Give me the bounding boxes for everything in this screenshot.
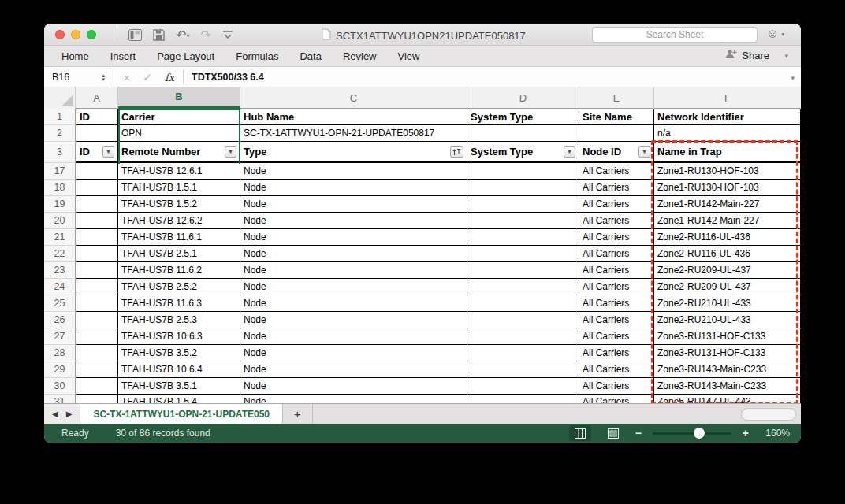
cell-F27[interactable]: Zone3-RU131-HOF-C133 (654, 328, 801, 345)
share-button[interactable]: Share (725, 49, 769, 61)
zoom-slider-knob[interactable] (694, 428, 705, 439)
column-header-e[interactable]: E (579, 87, 654, 109)
tab-formulas[interactable]: Formulas (236, 50, 278, 62)
formula-bar-expand-icon[interactable]: ▾ (791, 74, 795, 82)
cell-D31[interactable] (467, 395, 579, 403)
cell-F29[interactable]: Zone3-RU143-Main-C233 (654, 361, 801, 378)
cell-E26[interactable]: All Carriers (579, 312, 654, 328)
cell-E28[interactable]: All Carriers (579, 345, 654, 361)
row-header-29[interactable]: 29 (44, 361, 76, 378)
filter-sort-applied-icon[interactable] (450, 146, 463, 158)
cell-D26[interactable] (467, 312, 579, 328)
cell-A2[interactable] (76, 125, 118, 142)
cell-F22[interactable]: Zone2-RU116-UL-436 (654, 246, 801, 262)
cell-C21[interactable]: Node (240, 229, 467, 246)
cell-C28[interactable]: Node (240, 345, 467, 361)
cell-E2[interactable] (579, 125, 654, 142)
cell-D27[interactable] (467, 328, 579, 345)
row-header-27[interactable]: 27 (44, 328, 76, 345)
cell-C23[interactable]: Node (240, 262, 467, 279)
row-header-19[interactable]: 19 (44, 196, 76, 213)
cell-A27[interactable] (76, 328, 118, 345)
cell-A22[interactable] (76, 246, 118, 262)
cell-F19[interactable]: Zone1-RU142-Main-227 (654, 196, 801, 213)
cell-C17[interactable]: Node (240, 163, 467, 180)
cell-B17[interactable]: TFAH-US7B 12.6.1 (118, 163, 240, 180)
cell-F18[interactable]: Zone1-RU130-HOF-103 (654, 180, 801, 196)
ribbon-collapse-icon[interactable] (222, 30, 233, 39)
row-header-25[interactable]: 25 (44, 295, 76, 312)
cell-B31[interactable]: TFAH-US7B 1.5.4 (118, 395, 240, 403)
filter-dropdown-icon[interactable]: ▾ (225, 146, 236, 158)
redo-icon[interactable]: ↷ (200, 28, 210, 43)
column-header-f[interactable]: F (654, 87, 801, 109)
cell-B29[interactable]: TFAH-US7B 10.6.4 (118, 361, 240, 378)
cell-F31[interactable]: Zone5-RU147-UL-443 (654, 395, 801, 403)
confirm-entry-icon[interactable]: ✓ (137, 67, 158, 87)
cell-B28[interactable]: TFAH-US7B 3.5.2 (118, 345, 240, 361)
cell-A25[interactable] (76, 295, 118, 312)
cell-A29[interactable] (76, 361, 118, 378)
zoom-window-button[interactable] (87, 30, 96, 39)
cell-B3[interactable]: Remote Number▾ (118, 142, 240, 163)
workbook-gallery-icon[interactable] (128, 29, 142, 41)
column-header-b[interactable]: B (118, 87, 240, 109)
cell-C30[interactable]: Node (240, 378, 467, 395)
cell-C31[interactable]: Node (240, 395, 467, 403)
row-header-23[interactable]: 23 (44, 262, 76, 279)
cell-B1[interactable]: Carrier (118, 109, 240, 125)
normal-view-button[interactable] (569, 425, 591, 441)
cell-A19[interactable] (76, 196, 118, 213)
row-header-28[interactable]: 28 (44, 345, 76, 361)
cell-F20[interactable]: Zone1-RU142-Main-227 (654, 213, 801, 229)
cell-C27[interactable]: Node (240, 328, 467, 345)
cell-D20[interactable] (467, 213, 579, 229)
cell-A18[interactable] (76, 180, 118, 196)
row-header-20[interactable]: 20 (44, 213, 76, 229)
cell-E22[interactable]: All Carriers (579, 246, 654, 262)
row-header-26[interactable]: 26 (44, 312, 76, 328)
tab-review[interactable]: Review (343, 50, 377, 62)
cell-F28[interactable]: Zone3-RU131-HOF-C133 (654, 345, 801, 361)
search-sheet-input[interactable]: Search Sheet (592, 27, 758, 43)
feedback-smiley-button[interactable]: ☺ ▾ (766, 27, 784, 41)
cell-D23[interactable] (467, 262, 579, 279)
tab-view[interactable]: View (398, 50, 420, 62)
cell-C22[interactable]: Node (240, 246, 467, 262)
cell-B22[interactable]: TFAH-US7B 2.5.1 (118, 246, 240, 262)
cell-A28[interactable] (76, 345, 118, 361)
cell-F26[interactable]: Zone2-RU210-UL-433 (654, 312, 801, 328)
cell-B24[interactable]: TFAH-US7B 2.5.2 (118, 279, 240, 295)
cell-E29[interactable]: All Carriers (579, 361, 654, 378)
cell-C25[interactable]: Node (240, 295, 467, 312)
cell-D25[interactable] (467, 295, 579, 312)
cell-E20[interactable]: All Carriers (579, 213, 654, 229)
cell-D19[interactable] (467, 196, 579, 213)
minimize-window-button[interactable] (71, 30, 80, 39)
cell-E23[interactable]: All Carriers (579, 262, 654, 279)
cell-E30[interactable]: All Carriers (579, 378, 654, 395)
cell-B25[interactable]: TFAH-US7B 11.6.3 (118, 295, 240, 312)
cell-E17[interactable]: All Carriers (579, 163, 654, 180)
cell-C2[interactable]: SC-TX-1ATTWYU1-OPN-21-UPDATE050817 (240, 125, 467, 142)
cell-F24[interactable]: Zone2-RU209-UL-437 (654, 279, 801, 295)
select-all-corner[interactable] (44, 87, 76, 109)
active-sheet-tab[interactable]: SC-TX-1ATTWYU1-OPN-21-UPDATE050 (80, 404, 283, 424)
cell-D21[interactable] (467, 229, 579, 246)
cell-B20[interactable]: TFAH-US7B 12.6.2 (118, 213, 240, 229)
row-header-2[interactable]: 2 (44, 125, 76, 142)
insert-function-icon[interactable]: fx (159, 67, 180, 87)
cell-A1[interactable]: ID (76, 109, 118, 125)
row-header-24[interactable]: 24 (44, 279, 76, 295)
add-sheet-button[interactable]: + (283, 404, 313, 424)
tab-data[interactable]: Data (300, 50, 321, 62)
cell-F21[interactable]: Zone2-RU116-UL-436 (654, 229, 801, 246)
row-header-31[interactable]: 31 (44, 395, 76, 403)
cell-D1[interactable]: System Type (467, 109, 579, 125)
cell-B26[interactable]: TFAH-US7B 2.5.3 (118, 312, 240, 328)
save-icon[interactable] (153, 29, 165, 41)
filter-dropdown-icon[interactable]: ▾ (638, 146, 650, 158)
cell-C29[interactable]: Node (240, 361, 467, 378)
cell-A24[interactable] (76, 279, 118, 295)
cell-A30[interactable] (76, 378, 118, 395)
